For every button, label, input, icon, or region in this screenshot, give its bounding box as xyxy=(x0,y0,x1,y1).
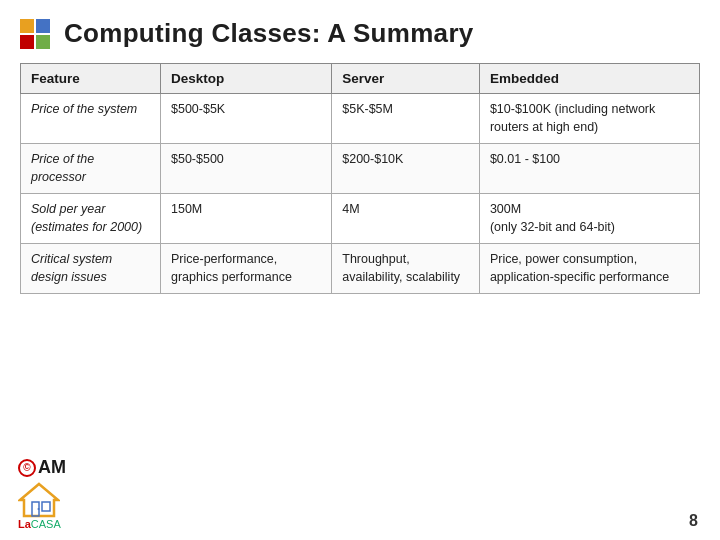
sq-red xyxy=(20,35,34,49)
cell-desktop: Price-performance, graphics performance xyxy=(161,244,332,294)
col-feature: Feature xyxy=(21,64,161,94)
table-row: Price of the processor$50-$500$200-$10K$… xyxy=(21,144,700,194)
sq-green xyxy=(36,35,50,49)
am-circle-icon: © xyxy=(18,459,36,477)
cell-embedded: $10-$100K (including network routers at … xyxy=(479,94,699,144)
cell-desktop: $50-$500 xyxy=(161,144,332,194)
col-desktop: Desktop xyxy=(161,64,332,94)
col-server: Server xyxy=(332,64,480,94)
table-wrapper: Feature Desktop Server Embedded Price of… xyxy=(0,63,720,294)
col-embedded: Embedded xyxy=(479,64,699,94)
logo-squares xyxy=(20,19,50,49)
summary-table: Feature Desktop Server Embedded Price of… xyxy=(20,63,700,294)
cell-server: $5K-$5M xyxy=(332,94,480,144)
cell-server: 4M xyxy=(332,194,480,244)
cell-server: Throughput, availability, scalability xyxy=(332,244,480,294)
svg-point-3 xyxy=(38,508,40,510)
sq-orange xyxy=(20,19,34,33)
cell-desktop: 150M xyxy=(161,194,332,244)
cell-feature: Price of the system xyxy=(21,94,161,144)
page-number: 8 xyxy=(689,512,698,530)
cell-desktop: $500-$5K xyxy=(161,94,332,144)
lacasa-label: LaCASA xyxy=(18,518,61,530)
cell-embedded: 300M (only 32-bit and 64-bit) xyxy=(479,194,699,244)
sq-blue xyxy=(36,19,50,33)
am-label: AM xyxy=(38,457,66,478)
cell-feature: Sold per year (estimates for 2000) xyxy=(21,194,161,244)
header: Computing Classes: A Summary xyxy=(0,0,720,63)
cell-feature: Price of the processor xyxy=(21,144,161,194)
cell-server: $200-$10K xyxy=(332,144,480,194)
table-row: Price of the system$500-$5K$5K-$5M$10-$1… xyxy=(21,94,700,144)
cell-feature: Critical system design issues xyxy=(21,244,161,294)
cell-embedded: Price, power consumption, application-sp… xyxy=(479,244,699,294)
table-row: Sold per year (estimates for 2000)150M4M… xyxy=(21,194,700,244)
casa-logo: LaCASA xyxy=(18,482,61,530)
page-title: Computing Classes: A Summary xyxy=(64,18,474,49)
am-logo: © AM xyxy=(18,457,66,478)
table-header-row: Feature Desktop Server Embedded xyxy=(21,64,700,94)
bottom-logos: © AM LaCASA xyxy=(18,457,66,530)
house-icon xyxy=(18,482,60,518)
svg-rect-2 xyxy=(42,502,50,511)
table-row: Critical system design issuesPrice-perfo… xyxy=(21,244,700,294)
cell-embedded: $0.01 - $100 xyxy=(479,144,699,194)
